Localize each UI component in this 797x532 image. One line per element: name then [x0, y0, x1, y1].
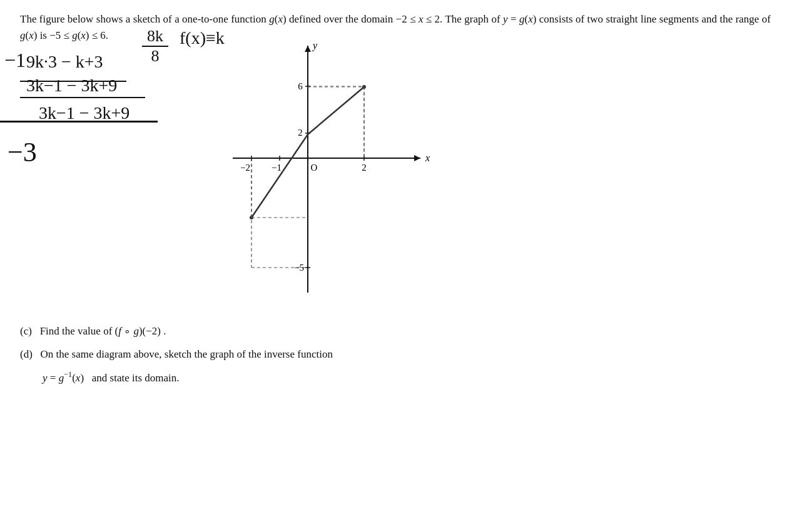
handwritten-working: 8k 8 f(x)≡k −1 9k·3 − k+3 3k−1 − 3k+9 −3: [20, 46, 220, 305]
hw-expr3: 3k−1 − 3k+9: [39, 103, 129, 123]
hw-underline2: [20, 97, 145, 98]
questions-section: (c) Find the value of (f ∘ g)(−2) . (d) …: [20, 323, 583, 386]
question-c-label: (c): [20, 325, 32, 337]
hw-fx-label: f(x)≡k: [180, 28, 225, 48]
hw-fraction: 8k 8: [142, 27, 168, 66]
hw-minus1: −1: [4, 49, 26, 72]
question-d-label: (d): [20, 348, 33, 360]
working-area: 8k 8 f(x)≡k −1 9k·3 − k+3 3k−1 − 3k+9 −3: [20, 46, 777, 305]
hw-expr1: 9k·3 − k+3: [26, 52, 103, 72]
hw-minus3: −3: [8, 136, 37, 168]
question-d-sub: y = g−1(x) and state its domain.: [43, 369, 583, 386]
dashed-lines-svg: [220, 36, 433, 305]
hw-frac-denominator: 8: [151, 47, 160, 66]
question-d: (d) On the same diagram above, sketch th…: [20, 346, 583, 363]
question-c: (c) Find the value of (f ∘ g)(−2) .: [20, 323, 583, 339]
graph-container: −2 −1 O 2 x 6 2 −5 y: [220, 36, 433, 305]
hw-expr2: 3k−1 − 3k+9: [26, 76, 117, 96]
hw-frac-numerator: 8k: [147, 27, 163, 46]
